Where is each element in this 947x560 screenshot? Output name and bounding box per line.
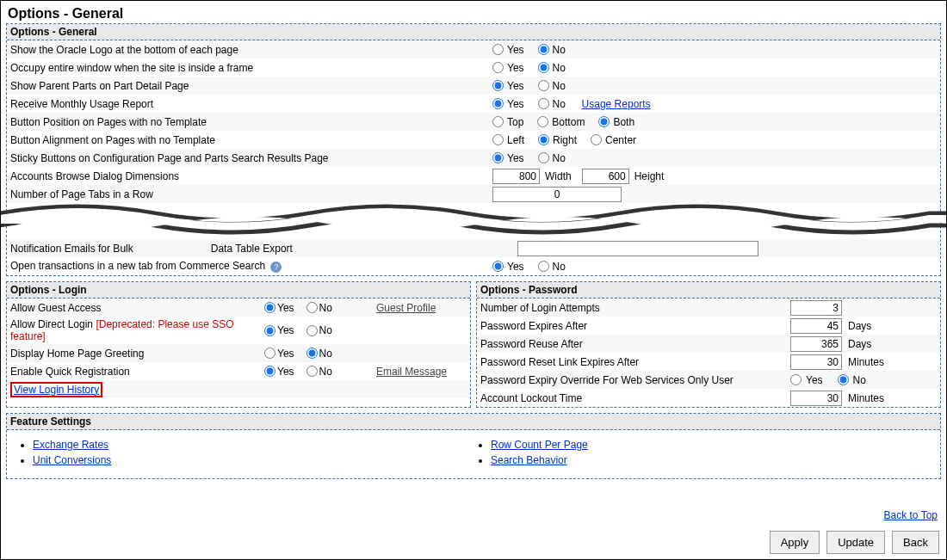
label-ws-override: Password Expiry Override For Web Service… bbox=[480, 374, 790, 386]
parent-parts-yes[interactable] bbox=[492, 80, 504, 91]
browse-height-input[interactable] bbox=[582, 169, 629, 184]
usage-reports-link[interactable]: Usage Reports bbox=[582, 98, 651, 110]
label-home-greeting: Display Home Page Greeting bbox=[10, 348, 264, 360]
btnpos-both[interactable] bbox=[598, 116, 610, 127]
sticky-no[interactable] bbox=[538, 152, 549, 163]
ws-override-no[interactable] bbox=[838, 374, 849, 385]
parent-parts-no[interactable] bbox=[538, 80, 549, 91]
row-home-greeting: Display Home Page Greeting Yes No bbox=[7, 344, 470, 362]
label-occupy-window: Occupy entire window when the site is in… bbox=[10, 62, 492, 74]
feature-list-col1: Exchange Rates Unit Conversions bbox=[33, 435, 474, 470]
newtab-yes[interactable] bbox=[492, 261, 504, 272]
greeting-no[interactable] bbox=[306, 348, 318, 359]
guest-profile-link[interactable]: Guest Profile bbox=[376, 302, 436, 314]
options-general-heading: Options - General bbox=[7, 24, 940, 40]
feature-settings-panel: Feature Settings Exchange Rates Unit Con… bbox=[6, 413, 941, 479]
row-lockout: Account Lockout Time Minutes bbox=[477, 389, 940, 407]
help-icon[interactable]: ? bbox=[270, 262, 282, 273]
btnalign-right[interactable] bbox=[538, 134, 549, 145]
row-direct-login: Allow Direct Login [Deprecated: Please u… bbox=[7, 317, 470, 344]
row-reset-link: Password Reset Link Expires After Minute… bbox=[477, 353, 940, 371]
browse-width-input[interactable] bbox=[492, 169, 540, 184]
newtab-no[interactable] bbox=[538, 261, 549, 272]
label-browse-dims: Accounts Browse Dialog Dimensions bbox=[10, 170, 492, 182]
show-logo-yes[interactable] bbox=[492, 44, 504, 55]
quickreg-yes[interactable] bbox=[264, 366, 275, 377]
pw-reuse-input[interactable] bbox=[790, 336, 842, 352]
feature-list-col2: Row Count Per Page Search Behavior bbox=[491, 435, 932, 470]
row-occupy-window: Occupy entire window when the site is in… bbox=[7, 58, 940, 77]
row-login-attempts: Number of Login Attempts bbox=[477, 298, 940, 317]
row-sticky-buttons: Sticky Buttons on Configuration Page and… bbox=[7, 149, 940, 167]
options-login-heading: Options - Login bbox=[7, 282, 470, 298]
row-count-link[interactable]: Row Count Per Page bbox=[491, 439, 588, 451]
page-title: Options - General bbox=[8, 6, 941, 22]
occupy-window-no[interactable] bbox=[538, 62, 549, 73]
label-reset-link: Password Reset Link Expires After bbox=[480, 356, 790, 368]
row-ws-override: Password Expiry Override For Web Service… bbox=[477, 371, 940, 389]
label-button-position: Button Position on Pages with no Templat… bbox=[10, 116, 492, 128]
label-bulk-export-emails: Notification Emails for Bulk Data Table … bbox=[10, 243, 492, 255]
occupy-window-yes[interactable] bbox=[492, 62, 504, 73]
label-login-attempts: Number of Login Attempts bbox=[480, 302, 790, 314]
content-truncation-indicator bbox=[7, 198, 940, 237]
row-button-position: Button Position on Pages with no Templat… bbox=[7, 113, 940, 131]
pw-expires-unit: Days bbox=[848, 320, 871, 332]
pw-expires-input[interactable] bbox=[790, 318, 842, 334]
label-open-new-tab: Open transactions in a new tab from Comm… bbox=[10, 260, 492, 273]
monthly-usage-yes[interactable] bbox=[492, 98, 504, 109]
sticky-yes[interactable] bbox=[492, 152, 504, 163]
view-login-history-link[interactable]: View Login History bbox=[14, 384, 99, 396]
guest-no[interactable] bbox=[306, 302, 318, 313]
unit-conversions-link[interactable]: Unit Conversions bbox=[33, 454, 111, 466]
row-view-login-history: View Login History bbox=[7, 380, 470, 398]
direct-login-yes[interactable] bbox=[264, 325, 275, 336]
label-lockout: Account Lockout Time bbox=[480, 392, 790, 404]
btnpos-top[interactable] bbox=[492, 116, 504, 127]
row-quick-reg: Enable Quick Registration Yes No Email M… bbox=[7, 362, 470, 380]
options-login-panel: Options - Login Allow Guest Access Yes N… bbox=[6, 281, 471, 408]
width-label: Width bbox=[545, 170, 572, 182]
row-bulk-export-emails: Notification Emails for Bulk Data Table … bbox=[7, 239, 940, 257]
login-attempts-input[interactable] bbox=[790, 300, 842, 316]
view-login-history-highlight: View Login History bbox=[10, 382, 102, 397]
footer-buttons: Apply Update Back bbox=[770, 531, 939, 554]
label-quick-reg: Enable Quick Registration bbox=[10, 366, 264, 378]
height-label: Height bbox=[634, 170, 665, 182]
row-browse-dims: Accounts Browse Dialog Dimensions Width … bbox=[7, 167, 940, 185]
show-logo-no[interactable] bbox=[538, 44, 549, 55]
row-button-alignment: Button Alignment on Pages with no Templa… bbox=[7, 131, 940, 149]
label-show-logo: Show the Oracle Logo at the bottom of ea… bbox=[10, 44, 492, 56]
quickreg-no[interactable] bbox=[306, 366, 318, 377]
direct-login-no[interactable] bbox=[306, 325, 318, 336]
email-message-link[interactable]: Email Message bbox=[376, 366, 447, 378]
apply-button[interactable]: Apply bbox=[770, 531, 820, 554]
row-pw-expires: Password Expires After Days bbox=[477, 317, 940, 335]
label-pw-reuse: Password Reuse After bbox=[480, 338, 790, 350]
row-guest-access: Allow Guest Access Yes No Guest Profile bbox=[7, 298, 470, 317]
ws-override-yes[interactable] bbox=[790, 374, 802, 385]
lockout-input[interactable] bbox=[790, 391, 842, 406]
search-behavior-link[interactable]: Search Behavior bbox=[491, 454, 567, 466]
back-to-top-link[interactable]: Back to Top bbox=[884, 509, 938, 521]
row-open-new-tab: Open transactions in a new tab from Comm… bbox=[7, 257, 940, 275]
row-monthly-usage: Receive Monthly Usage Report Yes No Usag… bbox=[7, 95, 940, 113]
bulk-export-emails-input[interactable] bbox=[517, 241, 758, 256]
btnalign-left[interactable] bbox=[492, 134, 504, 145]
options-password-panel: Options - Password Number of Login Attem… bbox=[476, 281, 941, 408]
guest-yes[interactable] bbox=[264, 302, 275, 313]
row-show-parent-parts: Show Parent Parts on Part Detail Page Ye… bbox=[7, 77, 940, 95]
greeting-yes[interactable] bbox=[264, 348, 275, 359]
back-button[interactable]: Back bbox=[892, 531, 939, 554]
exchange-rates-link[interactable]: Exchange Rates bbox=[33, 439, 108, 451]
btnpos-bottom[interactable] bbox=[537, 116, 548, 127]
reset-link-unit: Minutes bbox=[848, 356, 884, 368]
update-button[interactable]: Update bbox=[826, 531, 885, 554]
label-pw-expires: Password Expires After bbox=[480, 320, 790, 332]
row-pw-reuse: Password Reuse After Days bbox=[477, 335, 940, 353]
label-direct-login: Allow Direct Login [Deprecated: Please u… bbox=[10, 318, 264, 342]
btnalign-center[interactable] bbox=[591, 134, 602, 145]
reset-link-input[interactable] bbox=[790, 354, 842, 370]
label-sticky-buttons: Sticky Buttons on Configuration Page and… bbox=[10, 152, 492, 164]
monthly-usage-no[interactable] bbox=[538, 98, 549, 109]
